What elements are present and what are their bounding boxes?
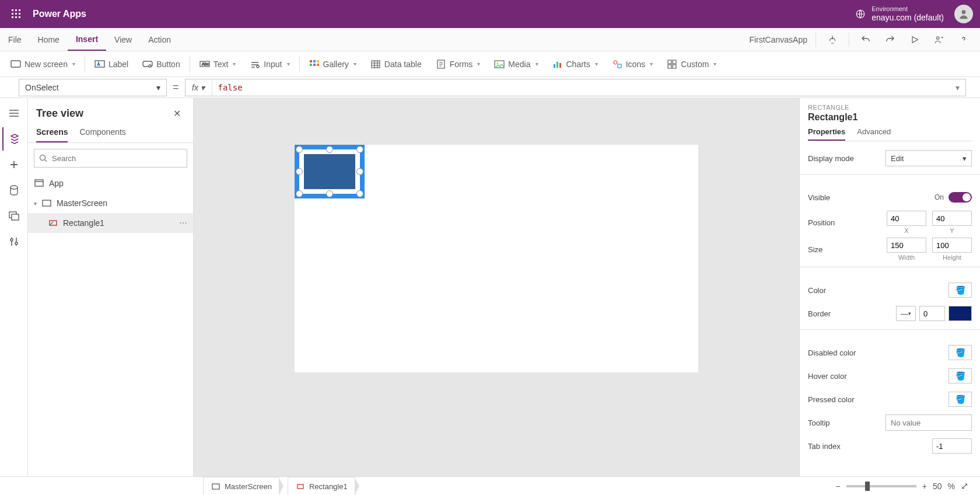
divider: [816, 33, 816, 47]
height-input[interactable]: [932, 238, 972, 253]
menu-action[interactable]: Action: [140, 28, 179, 51]
resize-handle[interactable]: [356, 190, 363, 197]
label-hover-color: Hover color: [808, 372, 846, 381]
fill-icon: 🪣: [956, 371, 965, 381]
zoom-out-icon[interactable]: −: [836, 482, 841, 491]
input-menu[interactable]: Input▾: [244, 51, 295, 76]
border-style-select[interactable]: — ▾: [896, 306, 916, 321]
chevron-down-icon: ▾: [354, 61, 356, 67]
zoom-slider[interactable]: [846, 485, 916, 487]
help-icon[interactable]: [956, 32, 972, 48]
forms-menu[interactable]: Forms▾: [430, 51, 487, 76]
button-button[interactable]: Button: [136, 51, 186, 76]
chevron-down-icon: ▾: [233, 61, 236, 67]
tab-properties[interactable]: Properties: [808, 127, 845, 141]
expand-formula-icon[interactable]: ▾: [949, 83, 965, 92]
menu-bar: File Home Insert View Action FirstCanvas…: [0, 28, 980, 51]
app-checker-icon[interactable]: [824, 32, 841, 48]
resize-handle[interactable]: [296, 168, 303, 175]
fx-button[interactable]: fx▾: [186, 79, 212, 96]
rectangle-shape[interactable]: [304, 154, 355, 189]
svg-rect-0: [12, 9, 13, 11]
disabled-color-picker[interactable]: 🪣: [949, 345, 972, 360]
tab-index-input[interactable]: [932, 438, 972, 454]
resize-handle[interactable]: [296, 146, 303, 153]
tree-screen[interactable]: ▾ MasterScreen: [28, 193, 193, 213]
undo-icon[interactable]: [858, 32, 874, 48]
label-button[interactable]: Label: [89, 51, 134, 76]
resize-handle[interactable]: [326, 190, 333, 197]
menu-home[interactable]: Home: [30, 28, 68, 51]
close-icon[interactable]: ✕: [169, 105, 185, 121]
menu-view[interactable]: View: [106, 28, 140, 51]
environment-picker[interactable]: Environment enayu.com (default): [855, 5, 944, 23]
svg-rect-5: [19, 13, 20, 15]
charts-menu[interactable]: Charts▾: [547, 51, 604, 76]
color-picker[interactable]: 🪣: [949, 283, 972, 298]
advanced-tools-icon[interactable]: [2, 230, 26, 253]
search-box[interactable]: [34, 149, 187, 168]
screen-icon: [211, 481, 221, 491]
play-icon[interactable]: [907, 32, 923, 48]
svg-point-33: [614, 61, 617, 64]
selected-shape[interactable]: [295, 145, 365, 198]
svg-rect-26: [372, 61, 380, 68]
redo-icon[interactable]: [882, 32, 898, 48]
tooltip-input[interactable]: [886, 414, 972, 431]
data-icon[interactable]: [2, 179, 26, 202]
custom-icon: [667, 59, 677, 69]
fit-screen-icon[interactable]: ⤢: [961, 480, 968, 491]
width-input[interactable]: [887, 238, 926, 253]
gallery-icon: [309, 59, 320, 69]
media-rail-icon[interactable]: [2, 204, 26, 228]
hover-color-picker[interactable]: 🪣: [949, 368, 972, 384]
canvas-screen[interactable]: [295, 145, 698, 372]
divider: [85, 56, 85, 72]
pressed-color-picker[interactable]: 🪣: [949, 392, 972, 407]
user-avatar[interactable]: [954, 5, 973, 23]
position-x-input[interactable]: [887, 211, 926, 226]
icons-menu[interactable]: Icons▾: [606, 51, 659, 76]
tab-advanced[interactable]: Advanced: [857, 127, 891, 141]
media-menu[interactable]: Media▾: [488, 51, 544, 76]
tree-rectangle[interactable]: Rectangle1 ⋯: [28, 213, 193, 233]
more-icon[interactable]: ⋯: [179, 218, 187, 228]
new-screen-button[interactable]: New screen▾: [5, 51, 81, 76]
border-width-input[interactable]: [919, 306, 945, 321]
breadcrumb-shape[interactable]: Rectangle1: [288, 477, 355, 495]
gallery-menu[interactable]: Gallery▾: [303, 51, 362, 76]
data-table-button[interactable]: Data table: [365, 51, 428, 76]
resize-handle[interactable]: [356, 146, 363, 153]
resize-handle[interactable]: [356, 168, 363, 175]
text-menu[interactable]: AbcText▾: [194, 51, 242, 76]
divider: [190, 56, 190, 72]
border-color-picker[interactable]: [949, 306, 972, 321]
hamburger-icon[interactable]: [2, 102, 26, 125]
resize-handle[interactable]: [326, 146, 333, 153]
visible-toggle[interactable]: [949, 192, 972, 203]
svg-rect-6: [12, 16, 13, 18]
chevron-down-icon[interactable]: ▾: [34, 200, 37, 207]
insert-icon[interactable]: [2, 153, 26, 176]
zoom-in-icon[interactable]: +: [922, 482, 927, 491]
canvas-area[interactable]: [194, 98, 799, 476]
property-selector[interactable]: OnSelect▾: [19, 79, 167, 96]
breadcrumb-screen[interactable]: MasterScreen: [203, 477, 279, 495]
svg-rect-13: [11, 61, 20, 67]
formula-input[interactable]: [212, 83, 949, 92]
tab-components[interactable]: Components: [79, 127, 125, 142]
search-input[interactable]: [52, 154, 182, 163]
resize-handle[interactable]: [296, 190, 303, 197]
tree-view-icon[interactable]: [2, 127, 26, 151]
tab-screens[interactable]: Screens: [36, 127, 68, 142]
fill-icon: 🪣: [956, 348, 965, 357]
share-icon[interactable]: [931, 32, 947, 48]
svg-point-11: [832, 38, 833, 39]
position-y-input[interactable]: [932, 211, 972, 226]
tree-app[interactable]: App: [28, 173, 193, 193]
display-mode-select[interactable]: Edit▾: [886, 150, 972, 166]
menu-file[interactable]: File: [0, 28, 30, 51]
app-launcher-icon[interactable]: [7, 5, 26, 23]
menu-insert[interactable]: Insert: [68, 28, 106, 51]
custom-menu[interactable]: Custom▾: [661, 51, 722, 76]
